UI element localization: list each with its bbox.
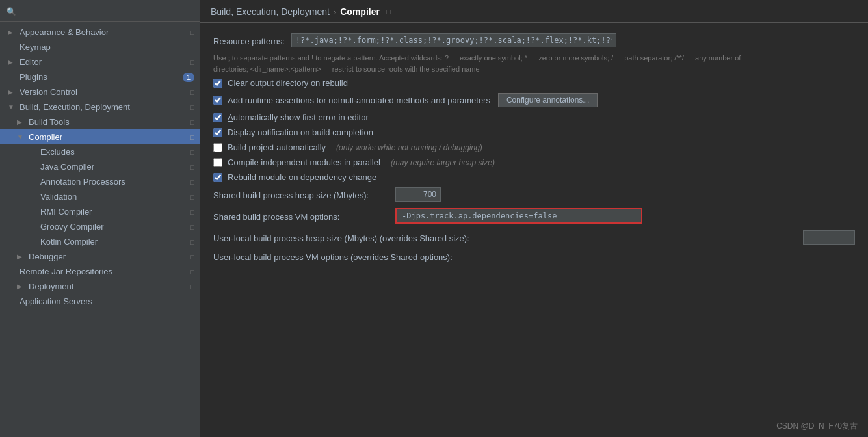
checkbox-add-runtime-input[interactable] bbox=[213, 96, 222, 105]
checkbox-auto-show-input[interactable] bbox=[213, 113, 222, 122]
breadcrumb-part-1: Build, Execution, Deployment bbox=[211, 7, 330, 17]
checkbox-display-notification-input[interactable] bbox=[213, 128, 222, 137]
resource-patterns-input[interactable] bbox=[291, 33, 616, 47]
pin-icon: □ bbox=[190, 133, 194, 141]
sidebar-item-label: Version Control bbox=[20, 87, 187, 97]
resource-patterns-hint: Use ; to separate patterns and ! to nega… bbox=[213, 53, 746, 74]
sidebar-item-groovy-compiler[interactable]: Groovy Compiler □ bbox=[0, 219, 200, 234]
sidebar-item-rmi-compiler[interactable]: RMI Compiler □ bbox=[0, 204, 200, 219]
pin-icon: □ bbox=[190, 178, 194, 186]
heap-size-input[interactable] bbox=[395, 187, 441, 202]
pin-icon: □ bbox=[190, 223, 194, 231]
pin-icon: □ bbox=[190, 118, 194, 126]
checkbox-build-auto: Build project automatically (only works … bbox=[213, 142, 855, 152]
chevron-right-icon: ▶ bbox=[8, 59, 17, 66]
compile-parallel-sidenote: (may require larger heap size) bbox=[391, 158, 495, 167]
checkbox-clear-output-label: Clear output directory on rebuild bbox=[228, 78, 348, 88]
sidebar-item-label: RMI Compiler bbox=[40, 207, 187, 217]
user-heap-size-row: User-local build process heap size (Mbyt… bbox=[213, 230, 855, 245]
checkbox-compile-parallel: Compile independent modules in parallel … bbox=[213, 157, 855, 167]
search-bar[interactable]: 🔍 bbox=[0, 4, 200, 22]
search-icon: 🔍 bbox=[7, 7, 16, 16]
pin-icon: □ bbox=[190, 163, 194, 171]
checkbox-build-auto-label: Build project automatically bbox=[228, 142, 326, 152]
sidebar-item-appearance[interactable]: ▶ Appearance & Behavior □ bbox=[0, 25, 200, 40]
sidebar-item-label: Debugger bbox=[29, 252, 187, 261]
sidebar-item-label: Deployment bbox=[29, 282, 187, 291]
sidebar-item-plugins[interactable]: Plugins 1 bbox=[0, 70, 200, 85]
sidebar-item-compiler[interactable]: ▼ Compiler □ bbox=[0, 129, 200, 144]
sidebar-item-label: Annotation Processors bbox=[40, 177, 187, 187]
user-heap-size-label: User-local build process heap size (Mbyt… bbox=[213, 232, 803, 243]
sidebar-item-kotlin-compiler[interactable]: Kotlin Compiler □ bbox=[0, 234, 200, 249]
plugins-badge: 1 bbox=[183, 73, 194, 82]
pin-icon: □ bbox=[190, 238, 194, 246]
sidebar-item-build-exec-deploy[interactable]: ▼ Build, Execution, Deployment □ bbox=[0, 99, 200, 114]
sidebar-item-label: Excludes bbox=[40, 147, 187, 157]
sidebar-item-application-servers[interactable]: Application Servers bbox=[0, 294, 200, 309]
checkbox-rebuild-module-label: Rebuild module on dependency change bbox=[228, 172, 376, 182]
resource-patterns-row: Resource patterns: Use ; to separate pat… bbox=[213, 33, 855, 74]
sidebar-item-remote-jar-repos[interactable]: Remote Jar Repositories □ bbox=[0, 264, 200, 279]
pin-icon: □ bbox=[190, 208, 194, 216]
breadcrumb: Build, Execution, Deployment › Compiler … bbox=[200, 0, 868, 23]
user-heap-size-input[interactable] bbox=[803, 230, 855, 245]
checkbox-clear-output-input[interactable] bbox=[213, 79, 222, 88]
sidebar-item-label: Plugins bbox=[20, 72, 180, 82]
pin-icon: □ bbox=[190, 193, 194, 201]
sidebar-item-java-compiler[interactable]: Java Compiler □ bbox=[0, 159, 200, 174]
search-input[interactable] bbox=[20, 7, 194, 16]
checkbox-add-runtime-label: Add runtime assertions for notnull-annot… bbox=[228, 96, 490, 105]
breadcrumb-part-2: Compiler bbox=[340, 7, 380, 17]
watermark: CSDN @D_N_F70复古 bbox=[776, 421, 858, 432]
sidebar-item-version-control[interactable]: ▶ Version Control □ bbox=[0, 85, 200, 99]
checkbox-display-notification-label: Display notification on build completion bbox=[228, 127, 373, 137]
chevron-down-icon: ▼ bbox=[17, 133, 26, 140]
user-vm-options-row: User-local build process VM options (ove… bbox=[213, 251, 855, 262]
pin-button[interactable]: □ bbox=[386, 8, 391, 16]
checkbox-clear-output: Clear output directory on rebuild bbox=[213, 78, 855, 88]
pin-icon: □ bbox=[190, 59, 194, 66]
pin-icon: □ bbox=[190, 283, 194, 291]
sidebar-item-label: Groovy Compiler bbox=[40, 222, 187, 232]
chevron-right-icon: ▶ bbox=[17, 253, 26, 260]
pin-icon: □ bbox=[190, 29, 194, 36]
configure-annotations-button[interactable]: Configure annotations... bbox=[498, 93, 598, 107]
sidebar-item-validation[interactable]: Validation □ bbox=[0, 189, 200, 204]
sidebar-item-deployment[interactable]: ▶ Deployment □ bbox=[0, 279, 200, 294]
chevron-down-icon: ▼ bbox=[8, 103, 17, 111]
pin-icon: □ bbox=[190, 88, 194, 96]
heap-size-label: Shared build process heap size (Mbytes): bbox=[213, 189, 395, 200]
checkbox-auto-show-error: Automatically show first error in editor bbox=[213, 113, 855, 122]
sidebar-item-keymap[interactable]: Keymap bbox=[0, 40, 200, 55]
pin-icon: □ bbox=[190, 253, 194, 261]
checkbox-compile-parallel-input[interactable] bbox=[213, 158, 222, 167]
sidebar-item-debugger[interactable]: ▶ Debugger □ bbox=[0, 249, 200, 264]
checkbox-build-auto-input[interactable] bbox=[213, 143, 222, 152]
sidebar-item-excludes[interactable]: Excludes □ bbox=[0, 144, 200, 159]
sidebar-item-label: Java Compiler bbox=[40, 162, 187, 172]
checkbox-display-notification: Display notification on build completion bbox=[213, 127, 855, 137]
vm-options-input[interactable] bbox=[395, 208, 642, 224]
vm-options-label: Shared build process VM options: bbox=[213, 211, 395, 222]
pin-icon: □ bbox=[190, 148, 194, 156]
sidebar-item-label: Keymap bbox=[20, 42, 194, 52]
sidebar-item-label: Build, Execution, Deployment bbox=[20, 102, 187, 112]
checkbox-rebuild-module-input[interactable] bbox=[213, 173, 222, 182]
sidebar-item-label: Appearance & Behavior bbox=[20, 27, 187, 37]
chevron-right-icon: ▶ bbox=[8, 88, 17, 96]
checkbox-auto-show-label: Automatically show first error in editor bbox=[228, 113, 369, 122]
sidebar-item-editor[interactable]: ▶ Editor □ bbox=[0, 55, 200, 70]
sidebar-item-annotation-processors[interactable]: Annotation Processors □ bbox=[0, 174, 200, 189]
sidebar-item-label: Compiler bbox=[29, 132, 187, 142]
vm-options-row: Shared build process VM options: bbox=[213, 208, 855, 224]
chevron-right-icon: ▶ bbox=[17, 118, 26, 126]
build-auto-sidenote: (only works while not running / debuggin… bbox=[336, 143, 482, 152]
sidebar-item-label: Remote Jar Repositories bbox=[20, 267, 187, 276]
sidebar-item-build-tools[interactable]: ▶ Build Tools □ bbox=[0, 114, 200, 129]
breadcrumb-separator: › bbox=[334, 7, 336, 17]
content-panel: Build, Execution, Deployment › Compiler … bbox=[200, 0, 868, 437]
heap-size-row: Shared build process heap size (Mbytes): bbox=[213, 187, 855, 202]
sidebar-item-label: Application Servers bbox=[20, 297, 194, 306]
checkbox-compile-parallel-label: Compile independent modules in parallel bbox=[228, 157, 380, 167]
